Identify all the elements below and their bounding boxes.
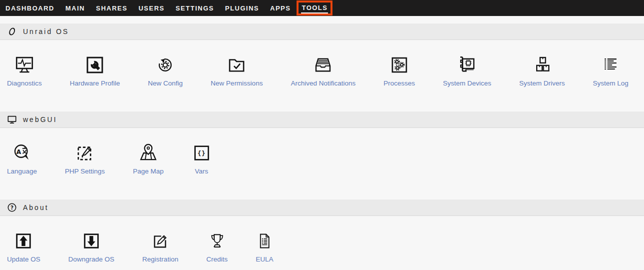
tool-downgrade-os[interactable]: Downgrade OS <box>68 230 114 263</box>
update-os-icon <box>13 230 33 252</box>
tool-label: EULA <box>256 256 273 263</box>
tool-label: Diagnostics <box>7 80 42 87</box>
nav-item-plugins[interactable]: PLUGINS <box>225 0 260 16</box>
monitor-icon <box>7 114 17 124</box>
unraid-logo-icon <box>7 26 17 36</box>
svg-text:?: ? <box>10 204 13 210</box>
tool-credits[interactable]: Credits <box>206 230 228 263</box>
nav-label: SETTINGS <box>175 3 215 13</box>
nav-label: SHARES <box>95 3 128 13</box>
diagnostics-icon <box>13 54 35 76</box>
section-title: About <box>23 204 49 212</box>
language-icon: A <box>11 142 33 164</box>
tool-system-drivers[interactable]: System Drivers <box>519 54 565 87</box>
tool-label: Vars <box>195 168 208 175</box>
tool-label: Update OS <box>7 256 40 263</box>
eula-icon <box>256 230 274 252</box>
tool-label: Language <box>7 168 37 175</box>
nav-label: USERS <box>138 3 165 13</box>
tool-label: Credits <box>206 256 228 263</box>
question-circle-icon: ? <box>7 202 17 212</box>
top-navbar: DASHBOARD MAIN SHARES USERS SETTINGS PLU… <box>0 0 644 16</box>
new-permissions-icon <box>226 54 248 76</box>
tool-language[interactable]: A Language <box>7 142 37 175</box>
system-log-icon <box>601 54 620 76</box>
tool-system-devices[interactable]: System Devices <box>443 54 491 87</box>
section-body-about: Update OS Downgrade OS Registration <box>0 216 644 270</box>
system-drivers-icon <box>532 54 552 76</box>
tool-system-log[interactable]: System Log <box>593 54 629 87</box>
downgrade-os-icon <box>81 230 101 252</box>
nav-label: DASHBOARD <box>5 3 55 13</box>
tool-new-config[interactable]: New Config <box>148 54 183 87</box>
tool-label: Registration <box>142 256 178 263</box>
processes-icon <box>389 54 410 76</box>
section-header-webgui: webGUI <box>0 112 644 128</box>
nav-item-tools[interactable]: TOOLS <box>301 0 328 16</box>
tool-page-map[interactable]: Page Map <box>133 142 164 175</box>
svg-text:{}: {} <box>197 150 206 156</box>
tool-php-settings[interactable]: PHP Settings <box>65 142 105 175</box>
section-body-webgui: A Language PHP Settings Page Map <box>0 128 644 200</box>
tool-label: Processes <box>383 80 415 87</box>
tool-diagnostics[interactable]: Diagnostics <box>7 54 42 87</box>
tool-label: New Config <box>148 80 183 87</box>
tool-label: Downgrade OS <box>68 256 114 263</box>
tool-label: New Permissions <box>211 80 263 87</box>
tool-update-os[interactable]: Update OS <box>7 230 40 263</box>
tool-vars[interactable]: {} Vars <box>192 142 212 175</box>
tool-new-permissions[interactable]: New Permissions <box>211 54 263 87</box>
nav-item-settings[interactable]: SETTINGS <box>175 0 215 16</box>
tool-eula[interactable]: EULA <box>256 230 274 263</box>
credits-icon <box>208 230 226 252</box>
nav-label: APPS <box>270 3 291 13</box>
section-title: webGUI <box>23 116 57 124</box>
system-devices-icon <box>456 54 478 76</box>
tool-processes[interactable]: Processes <box>383 54 415 87</box>
php-settings-icon <box>74 142 95 164</box>
nav-item-users[interactable]: USERS <box>138 0 165 16</box>
section-header-about: ? About <box>0 200 644 216</box>
nav-label: MAIN <box>65 3 85 13</box>
vars-icon: {} <box>192 142 212 164</box>
new-config-icon <box>155 54 176 76</box>
archived-notifications-icon <box>312 54 334 76</box>
nav-label: PLUGINS <box>225 3 260 13</box>
nav-item-dashboard[interactable]: DASHBOARD <box>5 0 55 16</box>
nav-item-main[interactable]: MAIN <box>65 0 85 16</box>
tool-label: Hardware Profile <box>70 80 120 87</box>
page-map-icon <box>137 142 159 164</box>
nav-label: TOOLS <box>301 2 328 14</box>
tool-registration[interactable]: Registration <box>142 230 178 263</box>
tool-label: System Drivers <box>519 80 565 87</box>
tool-label: Page Map <box>133 168 164 175</box>
tool-label: Archived Notifications <box>291 80 355 87</box>
svg-text:A: A <box>16 148 21 156</box>
registration-icon <box>150 230 171 252</box>
nav-item-apps[interactable]: APPS <box>270 0 291 16</box>
tool-label: System Devices <box>443 80 491 87</box>
tool-label: System Log <box>593 80 629 87</box>
hardware-profile-icon <box>84 54 105 76</box>
nav-item-shares[interactable]: SHARES <box>95 0 128 16</box>
section-body-unraid-os: Diagnostics Hardware Profile New Config <box>0 40 644 112</box>
section-title: Unraid OS <box>23 28 69 36</box>
tool-label: PHP Settings <box>65 168 105 175</box>
tool-archived-notifications[interactable]: Archived Notifications <box>291 54 355 87</box>
section-header-unraid-os: Unraid OS <box>0 24 644 40</box>
tool-hardware-profile[interactable]: Hardware Profile <box>70 54 120 87</box>
